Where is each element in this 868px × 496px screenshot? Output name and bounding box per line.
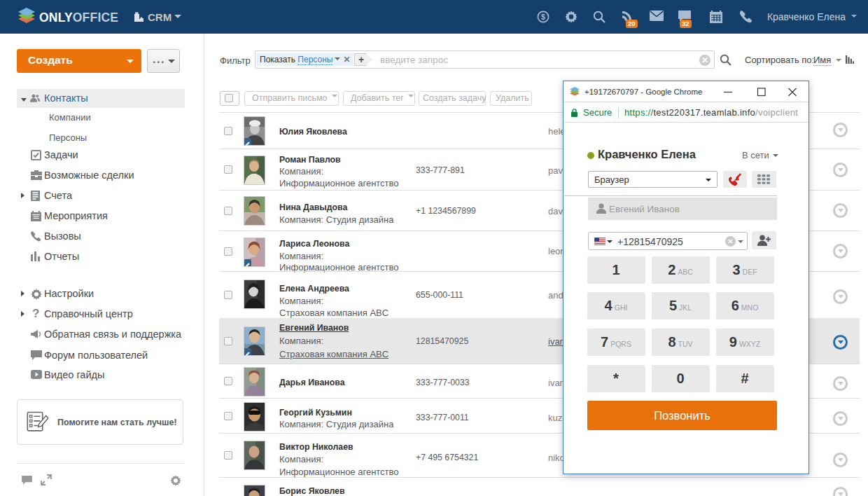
svg-text:$: $ xyxy=(541,13,545,21)
